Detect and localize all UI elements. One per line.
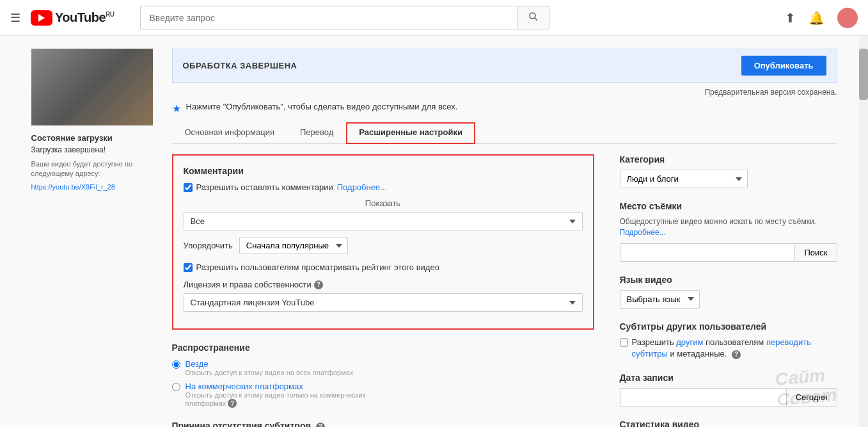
language-dropdown[interactable]: Выбрать язык Русский Английский bbox=[620, 290, 700, 309]
allow-comments-row: Разрешить оставлять комментарии Подробне… bbox=[184, 182, 583, 192]
avatar[interactable] bbox=[837, 8, 858, 28]
location-section: Место съёмки Общедоступные видео можно и… bbox=[620, 201, 837, 262]
subtitles-section: Субтитры других пользователей Разрешить … bbox=[620, 321, 837, 360]
distribution-commercial-desc: Открыть доступ к этому видео только на к… bbox=[185, 391, 366, 408]
location-search-button[interactable]: Поиск bbox=[795, 243, 837, 262]
language-label: Язык видео bbox=[620, 275, 837, 285]
category-dropdown[interactable]: Люди и блоги Развлечения Образование bbox=[620, 170, 748, 188]
order-dropdown[interactable]: Сначала популярные Сначала новые bbox=[239, 237, 348, 254]
publish-button[interactable]: Опубликовать bbox=[741, 56, 826, 76]
distribution-commercial-content: На коммерческих платформах Открыть досту… bbox=[185, 382, 366, 408]
search-bar bbox=[140, 6, 549, 29]
location-more-link[interactable]: Подробнее... bbox=[620, 228, 666, 237]
location-label: Место съёмки bbox=[620, 201, 837, 211]
subtitle-reason-title: Причина отсутствия субтитров ? bbox=[172, 421, 594, 427]
distribution-everywhere-label[interactable]: Везде bbox=[185, 359, 209, 369]
scrollbar-track[interactable] bbox=[859, 36, 868, 427]
subtitles-checkbox[interactable] bbox=[620, 338, 628, 347]
rating-row: Разрешить пользователям просматривать ре… bbox=[184, 262, 583, 273]
distribution-everywhere-content: Везде Открыть доступ к этому видео на вс… bbox=[185, 359, 354, 376]
thumbnail-image bbox=[31, 49, 153, 125]
show-dropdown[interactable]: Все Проверенные bbox=[184, 212, 583, 230]
today-button[interactable]: Сегодня bbox=[787, 388, 837, 407]
scrollbar-thumb[interactable] bbox=[859, 49, 868, 100]
distribution-commercial-radio[interactable] bbox=[172, 383, 180, 391]
video-thumbnail bbox=[31, 49, 153, 125]
star-icon: ★ bbox=[172, 102, 181, 115]
order-row: Упорядочить Сначала популярные Сначала н… bbox=[184, 237, 583, 254]
subtitles-checkbox-row: Разрешить другим пользователям переводит… bbox=[620, 337, 837, 360]
upload-link[interactable]: https://youtu.be/X9Fil_r_28 bbox=[31, 183, 115, 191]
upload-icon[interactable]: ⬆ bbox=[785, 10, 796, 26]
content-wrapper: Состояние загрузки Загрузка завершена! В… bbox=[31, 49, 837, 427]
tab-advanced[interactable]: Расширенные настройки bbox=[346, 122, 475, 144]
distribution-everywhere-row: Везде Открыть доступ к этому видео на вс… bbox=[172, 359, 594, 376]
youtube-wordmark: YouTubeRU bbox=[55, 10, 114, 25]
svg-line-1 bbox=[535, 18, 537, 20]
svg-point-0 bbox=[530, 13, 535, 19]
menu-icon[interactable]: ☰ bbox=[10, 11, 20, 25]
subtitle-help-icon[interactable]: ? bbox=[316, 423, 325, 427]
processing-status-text: ОБРАБОТКА ЗАВЕРШЕНА bbox=[183, 61, 297, 70]
allow-comments-link[interactable]: Подробнее... bbox=[337, 182, 387, 192]
subtitles-help-icon[interactable]: ? bbox=[732, 350, 741, 359]
tab-basic[interactable]: Основная информация bbox=[172, 122, 288, 144]
distribution-everywhere-radio[interactable] bbox=[172, 360, 180, 369]
tab-translate[interactable]: Перевод bbox=[287, 122, 346, 144]
category-label: Категория bbox=[620, 154, 837, 165]
stats-label: Статистика видео bbox=[620, 419, 837, 427]
record-date-label: Дата записи bbox=[620, 373, 837, 383]
distribution-section: Распространение Везде Открыть доступ к э… bbox=[172, 342, 594, 408]
allow-comments-checkbox[interactable] bbox=[184, 183, 193, 192]
license-dropdown[interactable]: Стандартная лицензия YouTube Creative Co… bbox=[184, 293, 583, 312]
upload-desc-text: Ваше видео будет доступно по следующему … bbox=[31, 159, 153, 179]
header-left: ☰ YouTubeRU bbox=[10, 10, 114, 26]
distribution-title: Распространение bbox=[172, 342, 594, 353]
upload-status-section: Состояние загрузки Загрузка завершена! В… bbox=[31, 133, 153, 191]
date-input[interactable] bbox=[620, 388, 787, 407]
youtube-ru-label: RU bbox=[106, 11, 114, 18]
star-notice-text: Нажмите "Опубликовать", чтобы сделать ви… bbox=[186, 102, 458, 111]
youtube-play-icon bbox=[31, 10, 52, 26]
rating-label: Разрешить пользователям просматривать ре… bbox=[196, 262, 439, 273]
header: ☰ YouTubeRU ⬆ 🔔 bbox=[0, 0, 868, 36]
location-input[interactable] bbox=[620, 243, 796, 262]
distribution-everywhere-desc: Открыть доступ к этому видео на всех пла… bbox=[185, 369, 354, 376]
bell-icon[interactable]: 🔔 bbox=[809, 10, 825, 26]
subtitles-allow-label: Разрешить другим пользователям переводит… bbox=[632, 337, 837, 360]
main-content: Состояние загрузки Загрузка завершена! В… bbox=[0, 36, 868, 427]
distribution-help-icon[interactable]: ? bbox=[228, 399, 237, 408]
distribution-commercial-label[interactable]: На коммерческих платформах bbox=[185, 382, 303, 391]
rating-checkbox[interactable] bbox=[184, 263, 193, 272]
subtitles-label: Субтитры других пользователей bbox=[620, 321, 837, 332]
comments-section: Комментарии Разрешить оставлять коммента… bbox=[172, 154, 594, 330]
right-column: ОБРАБОТКА ЗАВЕРШЕНА Опубликовать Предвар… bbox=[172, 49, 837, 427]
youtube-logo: YouTubeRU bbox=[31, 10, 114, 26]
tab-content: Комментарии Разрешить оставлять коммента… bbox=[172, 154, 837, 427]
category-section: Категория Люди и блоги Развлечения Образ… bbox=[620, 154, 837, 188]
allow-comments-label: Разрешить оставлять комментарии bbox=[196, 182, 333, 192]
license-section: Лицензия и права собственности ? Стандар… bbox=[184, 280, 583, 318]
license-help-icon[interactable]: ? bbox=[314, 280, 323, 289]
location-desc: Общедоступные видео можно искать по мест… bbox=[620, 216, 837, 238]
right-section: Категория Люди и блоги Развлечения Образ… bbox=[620, 154, 837, 427]
location-search-row: Поиск bbox=[620, 243, 837, 262]
show-label: Показать bbox=[184, 198, 583, 208]
search-button[interactable] bbox=[517, 6, 549, 29]
upload-status-title: Состояние загрузки bbox=[31, 133, 153, 143]
header-right: ⬆ 🔔 bbox=[785, 8, 858, 28]
tab-bar: Основная информация Перевод Расширенные … bbox=[172, 122, 837, 144]
left-section: Комментарии Разрешить оставлять коммента… bbox=[172, 154, 594, 427]
search-input[interactable] bbox=[140, 6, 517, 29]
subtitle-reason-section: Причина отсутствия субтитров ? bbox=[172, 421, 594, 427]
star-notice: ★ Нажмите "Опубликовать", чтобы сделать … bbox=[172, 102, 837, 115]
upload-complete-text: Загрузка завершена! bbox=[31, 145, 153, 154]
license-label: Лицензия и права собственности ? bbox=[184, 280, 583, 289]
left-column: Состояние загрузки Загрузка завершена! В… bbox=[31, 49, 153, 427]
stats-section: Статистика видео Показывать всем статист… bbox=[620, 419, 837, 427]
comments-title: Комментарии bbox=[184, 166, 583, 176]
save-notice: Предварительная версия сохранена. bbox=[172, 88, 837, 97]
record-date-section: Дата записи Сегодня bbox=[620, 373, 837, 407]
date-row: Сегодня bbox=[620, 388, 837, 407]
subtitles-link[interactable]: другим bbox=[676, 337, 703, 347]
